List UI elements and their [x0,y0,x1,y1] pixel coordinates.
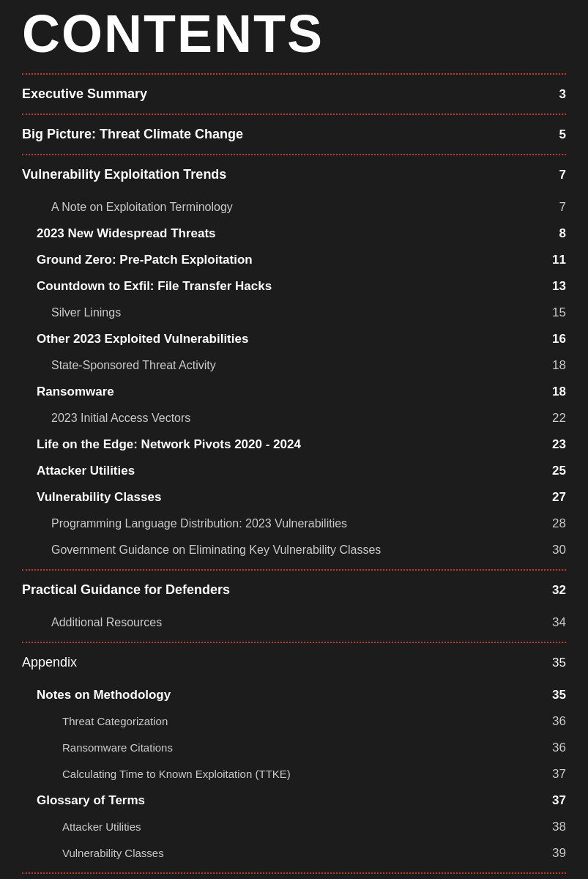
toc-label-glossary: Glossary of Terms [22,793,145,808]
toc-row-threat-categorization: Threat Categorization 36 [22,708,566,735]
toc-label-initial-access: 2023 Initial Access Vectors [22,412,190,425]
toc-page-ground-zero: 11 [544,253,566,267]
toc-page-executive-summary: 3 [544,87,566,102]
toc-page-countdown: 13 [544,279,566,294]
toc-page-initial-access: 22 [544,411,566,426]
toc-row-ransomware: Ransomware 18 [22,379,566,405]
toc-row-prog-lang: Programming Language Distribution: 2023 … [22,511,566,537]
toc-page-gov-guidance: 30 [544,543,566,557]
toc-page-vuln-classes-2: 39 [544,846,566,861]
toc-row-state-sponsored: State-Sponsored Threat Activity 18 [22,352,566,379]
toc-page-notes-methodology: 35 [544,688,566,702]
toc-page-additional-resources: 34 [544,615,566,630]
toc-row-life-on-edge: Life on the Edge: Network Pivots 2020 - … [22,431,566,458]
toc-row-practical-guidance: Practical Guidance for Defenders 32 [22,571,566,609]
toc-label-ransomware-citations: Ransomware Citations [22,741,173,754]
toc-label-other-exploited: Other 2023 Exploited Vulnerabilities [22,332,248,346]
toc-page-widespread-threats: 8 [544,226,566,241]
toc-row-appendix: Appendix 35 [22,643,566,682]
toc-label-exploitation-terminology: A Note on Exploitation Terminology [22,201,233,214]
toc-row-gov-guidance: Government Guidance on Eliminating Key V… [22,537,566,563]
toc-page-vuln-classes: 27 [544,490,566,505]
toc-page-exploitation-terminology: 7 [544,200,566,215]
toc-label-appendix: Appendix [22,655,77,670]
toc-row-initial-access: 2023 Initial Access Vectors 22 [22,405,566,431]
toc-page-other-exploited: 16 [544,332,566,346]
toc-row-notes-methodology: Notes on Methodology 35 [22,682,566,708]
toc-label-calculating-ttke: Calculating Time to Known Exploitation (… [22,768,291,780]
toc-block: Executive Summary 3 Big Picture: Threat … [22,73,566,879]
toc-page-threat-categorization: 36 [544,714,566,729]
toc-page-state-sponsored: 18 [544,358,566,373]
toc-row-glossary: Glossary of Terms 37 [22,787,566,814]
toc-label-prog-lang: Programming Language Distribution: 2023 … [22,517,347,530]
toc-page-ransomware-citations: 36 [544,741,566,755]
toc-row-calculating-ttke: Calculating Time to Known Exploitation (… [22,761,566,787]
toc-label-attacker-utilities-2: Attacker Utilities [22,820,141,833]
toc-page-vuln-trends: 7 [544,168,566,182]
toc-label-state-sponsored: State-Sponsored Threat Activity [22,359,216,372]
toc-label-ground-zero: Ground Zero: Pre-Patch Exploitation [22,253,253,267]
toc-page-prog-lang: 28 [544,516,566,531]
toc-row-vuln-classes: Vulnerability Classes 27 [22,484,566,511]
toc-row-vuln-trends: Vulnerability Exploitation Trends 7 [22,155,566,194]
toc-row-exploitation-terminology: A Note on Exploitation Terminology 7 [22,194,566,220]
toc-row-references: References 41 [22,874,566,879]
toc-page-attacker-utilities-2: 38 [544,820,566,834]
toc-label-vuln-trends: Vulnerability Exploitation Trends [22,167,226,182]
toc-label-vuln-classes: Vulnerability Classes [22,490,161,505]
toc-label-widespread-threats: 2023 New Widespread Threats [22,226,216,241]
toc-label-vuln-classes-2: Vulnerability Classes [22,847,164,859]
page-title: CONTENTS [22,7,566,60]
title-section: CONTENTS [22,0,566,73]
toc-label-additional-resources: Additional Resources [22,616,162,629]
toc-page-ransomware: 18 [544,385,566,399]
toc-label-threat-categorization: Threat Categorization [22,715,168,727]
toc-page-attacker-utilities: 25 [544,464,566,478]
toc-row-countdown: Countdown to Exfil: File Transfer Hacks … [22,273,566,300]
toc-row-executive-summary: Executive Summary 3 [22,75,566,114]
toc-row-vuln-classes-2: Vulnerability Classes 39 [22,840,566,867]
toc-label-practical-guidance: Practical Guidance for Defenders [22,582,230,598]
toc-label-countdown: Countdown to Exfil: File Transfer Hacks [22,279,272,294]
toc-page-silver-linings: 15 [544,305,566,320]
toc-row-big-picture: Big Picture: Threat Climate Change 5 [22,115,566,154]
toc-row-attacker-utilities-2: Attacker Utilities 38 [22,814,566,840]
toc-page-practical-guidance: 32 [544,583,566,598]
toc-row-additional-resources: Additional Resources 34 [22,609,566,636]
toc-page-big-picture: 5 [544,127,566,142]
toc-label-attacker-utilities: Attacker Utilities [22,464,135,478]
toc-page-calculating-ttke: 37 [544,767,566,782]
toc-page-appendix: 35 [544,656,566,670]
toc-label-silver-linings: Silver Linings [22,306,121,319]
toc-page-life-on-edge: 23 [544,437,566,452]
toc-label-big-picture: Big Picture: Threat Climate Change [22,127,243,142]
toc-page-glossary: 37 [544,793,566,808]
toc-label-life-on-edge: Life on the Edge: Network Pivots 2020 - … [22,437,301,452]
toc-row-ground-zero: Ground Zero: Pre-Patch Exploitation 11 [22,247,566,273]
toc-row-other-exploited: Other 2023 Exploited Vulnerabilities 16 [22,326,566,352]
toc-row-silver-linings: Silver Linings 15 [22,300,566,326]
toc-label-executive-summary: Executive Summary [22,86,147,102]
toc-label-gov-guidance: Government Guidance on Eliminating Key V… [22,544,381,557]
toc-label-ransomware: Ransomware [22,385,114,399]
toc-label-notes-methodology: Notes on Methodology [22,688,171,702]
page-container: CONTENTS Executive Summary 3 Big Picture… [0,0,588,879]
toc-row-widespread-threats: 2023 New Widespread Threats 8 [22,220,566,247]
toc-row-attacker-utilities: Attacker Utilities 25 [22,458,566,484]
toc-row-ransomware-citations: Ransomware Citations 36 [22,735,566,761]
